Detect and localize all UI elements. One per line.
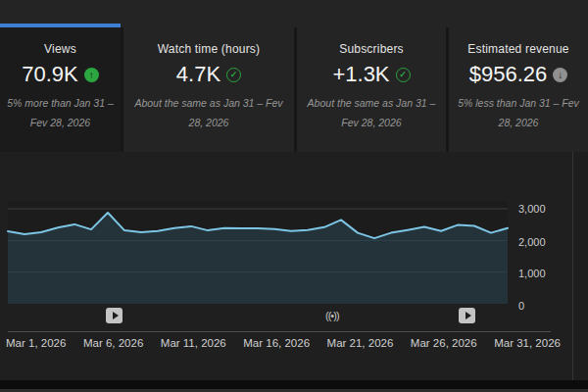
x-axis-tick: Mar 31, 2026 <box>494 337 561 349</box>
y-axis-tick: 0 <box>518 300 524 312</box>
y-axis-tick: 2,000 <box>518 236 546 248</box>
analytics-dashboard: Views 70.9K ↑ 5% more than Jan 31 – Fev … <box>0 0 588 392</box>
video-published-marker-icon[interactable] <box>459 308 475 323</box>
x-axis-tick: Mar 16, 2026 <box>243 337 310 349</box>
x-axis-line <box>8 331 551 332</box>
x-axis-tick: Mar 26, 2026 <box>411 337 477 349</box>
y-axis-tick: 3,000 <box>518 203 546 215</box>
y-axis-tick: 1,000 <box>518 268 546 279</box>
x-axis-tick: Mar 1, 2026 <box>6 337 66 349</box>
bottom-divider <box>0 380 588 389</box>
x-axis-tick: Mar 11, 2026 <box>161 337 226 349</box>
x-axis-labels: Mar 1, 2026 Mar 6, 2026 Mar 11, 2026 Mar… <box>6 337 561 349</box>
video-published-marker-icon[interactable] <box>106 308 122 323</box>
views-line-chart[interactable] <box>0 0 588 392</box>
x-axis-tick: Mar 6, 2026 <box>83 337 143 349</box>
right-panel-edge <box>572 152 588 380</box>
live-stream-marker-icon[interactable]: ((•)) <box>325 310 339 321</box>
x-axis-tick: Mar 21, 2026 <box>327 337 394 349</box>
